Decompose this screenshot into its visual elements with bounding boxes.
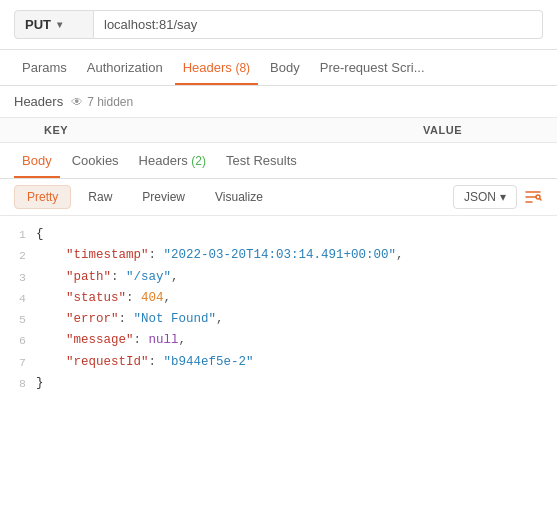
col-value-header: VALUE <box>423 124 543 136</box>
code-content-5: "error": "Not Found", <box>36 309 549 330</box>
tab-params[interactable]: Params <box>14 50 75 85</box>
code-content-2: "timestamp": "2022-03-20T14:03:14.491+00… <box>36 245 549 266</box>
tab-response-headers-label: Headers <box>139 153 192 168</box>
tab-cookies[interactable]: Cookies <box>64 143 127 178</box>
line-num-1: 1 <box>8 224 36 245</box>
method-selector[interactable]: PUT ▾ <box>14 10 94 39</box>
code-line-4: 4 "status": 404, <box>0 288 557 309</box>
tab-authorization[interactable]: Authorization <box>79 50 171 85</box>
code-line-8: 8 } <box>0 373 557 394</box>
tab-test-results[interactable]: Test Results <box>218 143 305 178</box>
code-line-1: 1 { <box>0 224 557 245</box>
code-content-4: "status": 404, <box>36 288 549 309</box>
code-area: 1 { 2 "timestamp": "2022-03-20T14:03:14.… <box>0 216 557 402</box>
method-label: PUT <box>25 17 51 32</box>
tab-response-body[interactable]: Body <box>14 143 60 178</box>
response-tabs: Body Cookies Headers (2) Test Results <box>0 143 557 179</box>
json-selector-label: JSON <box>464 190 496 204</box>
line-num-3: 3 <box>8 267 36 288</box>
method-chevron-icon: ▾ <box>57 19 62 30</box>
url-input[interactable] <box>94 10 543 39</box>
key-value-header: KEY VALUE <box>0 118 557 143</box>
code-line-2: 2 "timestamp": "2022-03-20T14:03:14.491+… <box>0 245 557 266</box>
format-raw[interactable]: Raw <box>75 185 125 209</box>
format-pretty[interactable]: Pretty <box>14 185 71 209</box>
tab-headers-count: (8) <box>235 61 250 75</box>
tab-body[interactable]: Body <box>262 50 308 85</box>
json-chevron-icon: ▾ <box>500 190 506 204</box>
line-num-6: 6 <box>8 330 36 351</box>
tab-response-headers[interactable]: Headers (2) <box>131 143 214 178</box>
request-tabs: Params Authorization Headers (8) Body Pr… <box>0 50 557 86</box>
code-line-3: 3 "path": "/say", <box>0 267 557 288</box>
code-content-7: "requestId": "b944ef5e-2" <box>36 352 549 373</box>
json-type-selector[interactable]: JSON ▾ <box>453 185 517 209</box>
tab-pre-request[interactable]: Pre-request Scri... <box>312 50 433 85</box>
line-num-7: 7 <box>8 352 36 373</box>
code-line-7: 7 "requestId": "b944ef5e-2" <box>0 352 557 373</box>
hidden-count-label: 7 hidden <box>87 95 133 109</box>
format-visualize[interactable]: Visualize <box>202 185 276 209</box>
headers-hidden-row: Headers 👁 7 hidden <box>0 86 557 118</box>
line-num-4: 4 <box>8 288 36 309</box>
col-key-header: KEY <box>14 124 423 136</box>
filter-icon[interactable] <box>523 187 543 207</box>
url-bar: PUT ▾ <box>0 0 557 50</box>
code-content-6: "message": null, <box>36 330 549 351</box>
code-content-3: "path": "/say", <box>36 267 549 288</box>
svg-line-4 <box>540 199 542 201</box>
tab-response-headers-count: (2) <box>191 154 206 168</box>
tab-headers-label: Headers <box>183 60 236 75</box>
headers-label: Headers <box>14 94 63 109</box>
eye-icon: 👁 <box>71 95 83 109</box>
line-num-8: 8 <box>8 373 36 394</box>
tab-headers[interactable]: Headers (8) <box>175 50 258 85</box>
format-preview[interactable]: Preview <box>129 185 198 209</box>
hidden-count[interactable]: 👁 7 hidden <box>71 95 133 109</box>
line-num-2: 2 <box>8 245 36 266</box>
line-num-5: 5 <box>8 309 36 330</box>
code-line-6: 6 "message": null, <box>0 330 557 351</box>
code-content-8: } <box>36 373 549 394</box>
format-right: JSON ▾ <box>453 185 543 209</box>
format-bar: Pretty Raw Preview Visualize JSON ▾ <box>0 179 557 216</box>
code-line-5: 5 "error": "Not Found", <box>0 309 557 330</box>
code-content-1: { <box>36 224 549 245</box>
